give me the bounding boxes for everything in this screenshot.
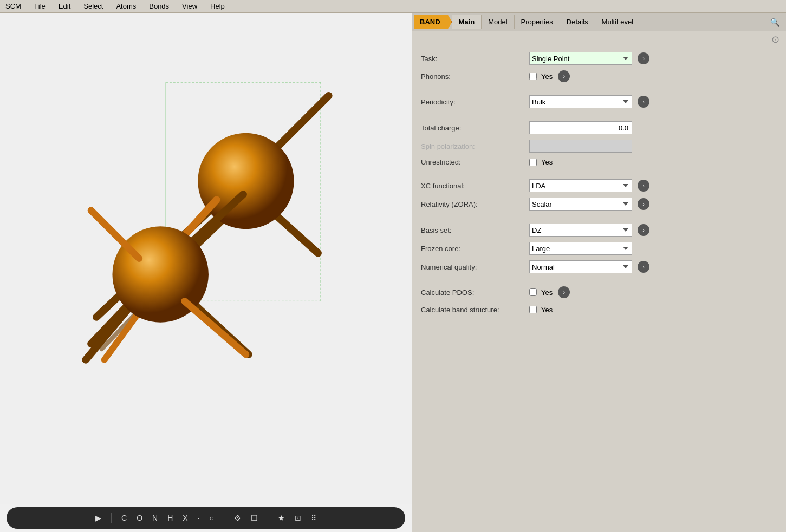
menu-edit[interactable]: Edit bbox=[56, 2, 73, 11]
bottom-toolbar: ▶ C O N H X · ○ ⚙ ☐ ★ ⊡ ⠿ bbox=[7, 507, 405, 529]
tool-dots[interactable]: ⠿ bbox=[309, 513, 319, 523]
tool-o[interactable]: O bbox=[134, 513, 145, 523]
tool-ring[interactable]: ○ bbox=[207, 513, 216, 523]
phonons-label: Phonons: bbox=[421, 73, 529, 81]
relativity-label: Relativity (ZORA): bbox=[421, 200, 529, 208]
frozen-core-row: Frozen core: Large bbox=[421, 242, 777, 255]
spin-polarization-label: Spin polarization: bbox=[421, 142, 529, 150]
calc-pdos-nav-arrow[interactable]: › bbox=[558, 286, 570, 298]
task-row: Task: Single Point › bbox=[421, 52, 777, 65]
tool-dot[interactable]: · bbox=[196, 513, 202, 523]
basis-set-select[interactable]: DZ bbox=[529, 224, 632, 237]
toolbar-divider-1 bbox=[111, 513, 112, 523]
unrestricted-control: Yes bbox=[529, 158, 760, 166]
menu-atoms[interactable]: Atoms bbox=[114, 2, 138, 11]
tab-details[interactable]: Details bbox=[560, 15, 595, 29]
tool-gear[interactable]: ⚙ bbox=[232, 513, 243, 523]
xc-functional-row: XC functional: LDA › bbox=[421, 179, 777, 192]
phonons-checkbox[interactable] bbox=[529, 73, 537, 80]
task-select[interactable]: Single Point bbox=[529, 52, 632, 65]
search-icon[interactable]: 🔍 bbox=[766, 16, 784, 29]
tool-h[interactable]: H bbox=[165, 513, 175, 523]
tab-properties[interactable]: Properties bbox=[515, 15, 560, 29]
calc-band-yes-label: Yes bbox=[541, 306, 553, 314]
task-label: Task: bbox=[421, 55, 529, 63]
scroll-indicator-top[interactable]: ⊙ bbox=[771, 34, 779, 45]
phonons-nav-arrow[interactable]: › bbox=[558, 70, 570, 82]
tool-square[interactable]: ☐ bbox=[249, 513, 260, 523]
basis-set-control: DZ › bbox=[529, 224, 760, 237]
main-content: ▶ C O N H X · ○ ⚙ ☐ ★ ⊡ ⠿ BAND Main Mode… bbox=[0, 13, 786, 532]
form-area: Task: Single Point › Phonons: Yes › bbox=[412, 45, 786, 532]
total-charge-row: Total charge: bbox=[421, 121, 777, 134]
basis-set-label: Basis set: bbox=[421, 226, 529, 234]
periodicity-nav-arrow[interactable]: › bbox=[638, 96, 649, 108]
calc-band-label: Calculate band structure: bbox=[421, 306, 529, 314]
basis-set-row: Basis set: DZ › bbox=[421, 224, 777, 237]
calc-band-row: Calculate band structure: Yes › bbox=[421, 304, 777, 316]
numerical-quality-row: Numerical quality: Normal › bbox=[421, 260, 777, 273]
menu-help[interactable]: Help bbox=[208, 2, 227, 11]
periodicity-label: Periodicity: bbox=[421, 98, 529, 106]
basis-set-nav-arrow[interactable]: › bbox=[638, 224, 649, 236]
calc-pdos-yes-label: Yes bbox=[541, 288, 553, 297]
frozen-core-select[interactable]: Large bbox=[529, 242, 632, 255]
periodicity-select[interactable]: Bulk bbox=[529, 95, 632, 108]
spin-polarization-row: Spin polarization: bbox=[421, 140, 777, 153]
tab-main[interactable]: Main bbox=[452, 15, 482, 29]
periodicity-control: Bulk › bbox=[529, 95, 760, 108]
relativity-select[interactable]: Scalar bbox=[529, 198, 632, 211]
frozen-core-control: Large bbox=[529, 242, 760, 255]
menu-bonds[interactable]: Bonds bbox=[147, 2, 171, 11]
calc-band-control: Yes › bbox=[529, 304, 760, 316]
tool-grid[interactable]: ⊡ bbox=[293, 513, 303, 523]
tab-bar: BAND Main Model Properties Details Multi… bbox=[412, 13, 786, 31]
relativity-control: Scalar › bbox=[529, 198, 760, 211]
total-charge-control bbox=[529, 121, 760, 134]
viewer-canvas[interactable] bbox=[0, 13, 412, 504]
spin-polarization-input bbox=[529, 140, 632, 153]
unrestricted-checkbox[interactable] bbox=[529, 159, 537, 166]
unrestricted-row: Unrestricted: Yes bbox=[421, 158, 777, 166]
phonons-row: Phonons: Yes › bbox=[421, 70, 777, 82]
unrestricted-label: Unrestricted: bbox=[421, 158, 529, 166]
tool-x[interactable]: X bbox=[180, 513, 190, 523]
numerical-quality-label: Numerical quality: bbox=[421, 263, 529, 271]
periodicity-row: Periodicity: Bulk › bbox=[421, 95, 777, 108]
menu-select[interactable]: Select bbox=[81, 2, 105, 11]
calc-pdos-label: Calculate PDOS: bbox=[421, 288, 529, 297]
menu-bar: SCM File Edit Select Atoms Bonds View He… bbox=[0, 0, 786, 13]
tab-model[interactable]: Model bbox=[482, 15, 514, 29]
viewer-panel: ▶ C O N H X · ○ ⚙ ☐ ★ ⊡ ⠿ bbox=[0, 13, 412, 532]
calc-band-checkbox[interactable] bbox=[529, 306, 537, 313]
calc-pdos-checkbox[interactable] bbox=[529, 288, 537, 296]
task-nav-arrow[interactable]: › bbox=[638, 52, 649, 64]
toolbar-divider-3 bbox=[268, 513, 268, 523]
svg-rect-0 bbox=[3, 13, 408, 504]
svg-point-9 bbox=[198, 133, 294, 229]
right-panel: BAND Main Model Properties Details Multi… bbox=[412, 13, 786, 532]
relativity-row: Relativity (ZORA): Scalar › bbox=[421, 198, 777, 211]
unrestricted-yes-label: Yes bbox=[541, 158, 553, 166]
xc-functional-select[interactable]: LDA bbox=[529, 179, 632, 192]
total-charge-input[interactable] bbox=[529, 121, 632, 134]
tool-n[interactable]: N bbox=[150, 513, 160, 523]
numerical-quality-select[interactable]: Normal bbox=[529, 260, 632, 273]
spin-polarization-control bbox=[529, 140, 760, 153]
menu-scm[interactable]: SCM bbox=[3, 2, 23, 11]
tool-cursor[interactable]: ▶ bbox=[93, 513, 103, 523]
frozen-core-label: Frozen core: bbox=[421, 245, 529, 253]
tab-multilevel[interactable]: MultiLevel bbox=[595, 15, 641, 29]
tool-c[interactable]: C bbox=[119, 513, 129, 523]
phonons-yes-label: Yes bbox=[541, 73, 553, 81]
menu-file[interactable]: File bbox=[32, 2, 48, 11]
tool-star[interactable]: ★ bbox=[276, 513, 287, 523]
total-charge-label: Total charge: bbox=[421, 124, 529, 132]
tab-band[interactable]: BAND bbox=[414, 15, 452, 29]
numerical-quality-nav-arrow[interactable]: › bbox=[638, 261, 649, 273]
relativity-nav-arrow[interactable]: › bbox=[638, 198, 649, 210]
xc-functional-control: LDA › bbox=[529, 179, 760, 192]
xc-functional-nav-arrow[interactable]: › bbox=[638, 180, 649, 192]
calc-pdos-control: Yes › bbox=[529, 286, 760, 298]
menu-view[interactable]: View bbox=[180, 2, 199, 11]
